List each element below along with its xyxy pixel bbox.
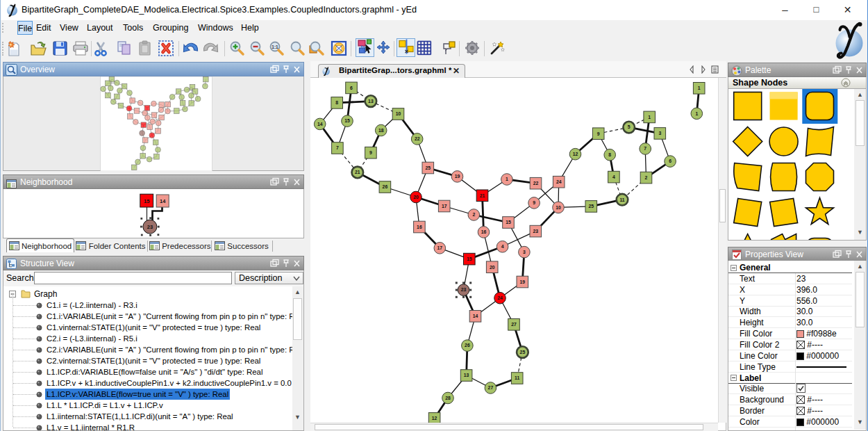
svg-text:3: 3 [658,131,661,136]
svg-text:19: 19 [520,279,526,284]
svg-text:8: 8 [608,152,611,157]
svg-text:5: 5 [628,124,631,129]
svg-text:24: 24 [497,295,503,300]
svg-text:25: 25 [589,204,594,209]
svg-text:1: 1 [695,111,698,116]
svg-text:6: 6 [669,158,671,163]
svg-text:9: 9 [597,131,600,136]
svg-text:20: 20 [490,265,495,270]
svg-text:4: 4 [612,174,615,179]
svg-text:14: 14 [160,198,166,204]
svg-text:24: 24 [556,179,562,184]
svg-text:11: 11 [515,375,519,380]
svg-text:14: 14 [317,122,323,127]
svg-text:27: 27 [511,322,517,327]
svg-text:20: 20 [413,195,419,200]
svg-text:14: 14 [473,314,478,318]
svg-text:8: 8 [335,100,338,105]
svg-text:6: 6 [350,86,353,90]
svg-text:12: 12 [432,416,437,421]
svg-text:25: 25 [426,165,431,170]
svg-text:21: 21 [355,170,360,174]
svg-text:23: 23 [461,287,467,292]
svg-text:16: 16 [417,225,422,229]
svg-text:26: 26 [465,343,470,348]
svg-text:26: 26 [383,184,388,189]
svg-text:18: 18 [378,128,384,133]
svg-text:15: 15 [467,257,472,261]
svg-text:19: 19 [455,174,460,179]
svg-text:13: 13 [368,99,374,104]
svg-text:9: 9 [533,200,535,205]
svg-text:1: 1 [506,177,508,181]
svg-text:4: 4 [501,244,504,249]
svg-text:3: 3 [523,250,526,254]
svg-text:2: 2 [472,212,475,217]
svg-text:28: 28 [445,396,451,400]
svg-text:15: 15 [506,220,511,225]
svg-text:21: 21 [480,193,485,198]
svg-text:1: 1 [648,115,651,120]
svg-text:27: 27 [488,385,494,390]
svg-text:17: 17 [437,245,443,250]
svg-text:1: 1 [698,86,701,90]
svg-text:25: 25 [520,350,526,355]
svg-text:10: 10 [556,205,561,210]
svg-text:12: 12 [573,152,578,156]
svg-text:15: 15 [144,198,149,204]
svg-text:15: 15 [344,118,350,123]
svg-text:13: 13 [464,373,469,377]
svg-text:23: 23 [533,229,539,234]
svg-text:7: 7 [644,146,646,151]
svg-text:10: 10 [396,111,401,116]
svg-text:9: 9 [369,150,372,155]
svg-text:16: 16 [481,229,487,234]
svg-text:17: 17 [442,204,447,209]
svg-text:23: 23 [147,224,153,230]
svg-text:22: 22 [415,136,420,141]
svg-text:7: 7 [336,145,339,150]
svg-text:11: 11 [619,197,624,202]
svg-text:22: 22 [533,181,539,186]
svg-text:1:1: 1:1 [272,44,278,49]
svg-text:2: 2 [645,175,648,180]
